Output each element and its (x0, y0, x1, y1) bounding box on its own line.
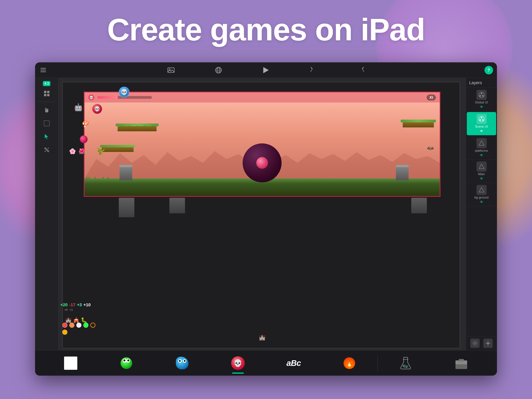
small-scores: +5 +1 (64, 308, 73, 311)
layer-global-ui[interactable]: Global UI 👁 (466, 88, 497, 111)
color-yellow (62, 330, 67, 335)
svg-point-40 (403, 365, 405, 367)
dock-fire-creature[interactable]: 🔥 (322, 350, 377, 376)
dock-asset-box[interactable] (433, 350, 489, 376)
layer-bg-ground-visibility[interactable]: 👁 (480, 200, 483, 204)
active-dock-indicator (232, 373, 244, 374)
dino-sprite: 🦖 (96, 147, 105, 155)
layer-scene-ui-visibility[interactable]: 👁 (480, 129, 483, 133)
foundation-1 (119, 198, 134, 217)
svg-point-25 (481, 93, 482, 94)
layer-platforms[interactable]: platforms 👁 (466, 136, 497, 160)
color-red (62, 323, 67, 328)
robot-enemy: 🤖 (74, 103, 83, 111)
game-hud: 💀 XI (84, 92, 440, 103)
layers-settings-button[interactable] (470, 339, 480, 348)
layer-global-ui-icon (476, 90, 487, 100)
svg-rect-17 (44, 121, 50, 126)
layer-platforms-visibility[interactable]: 👁 (480, 153, 483, 157)
layer-global-ui-visibility[interactable]: 👁 (480, 105, 483, 109)
color-orange (69, 323, 74, 328)
layer-scene-ui[interactable]: Scene UI 👁 (467, 112, 496, 135)
svg-rect-15 (44, 94, 46, 96)
globe-icon[interactable] (214, 66, 223, 74)
dock-abc-icon: aBc (286, 355, 301, 371)
dock-flask[interactable] (378, 350, 433, 376)
layers-header: Layers (466, 78, 497, 88)
svg-rect-0 (40, 68, 46, 69)
aspect-ratio-badge[interactable]: 4:3 (43, 81, 51, 86)
stone-pillar-2 (396, 165, 409, 180)
image-icon[interactable] (167, 66, 175, 74)
dock-abc-text[interactable]: aBc (266, 350, 322, 376)
svg-point-35 (474, 342, 476, 344)
dock-blue-creature[interactable] (154, 350, 210, 376)
svg-rect-45 (459, 360, 464, 362)
stone-pillar-1 (120, 165, 132, 180)
health-fill (97, 96, 118, 99)
dock-white-sprite[interactable] (43, 350, 99, 376)
layers-add-button[interactable] (483, 339, 493, 348)
svg-rect-13 (44, 91, 46, 93)
svg-marker-34 (479, 187, 484, 192)
svg-marker-18 (45, 134, 48, 139)
layer-bg-ground-label: bg ground (474, 196, 488, 199)
flask-svg (400, 356, 412, 370)
redo-button[interactable] (357, 66, 365, 74)
layers-bottom (466, 336, 497, 350)
canvas-area[interactable]: 💀 XI (58, 78, 466, 350)
skull-icon: 💀 (89, 95, 94, 100)
xi-label: XI (427, 95, 436, 101)
dock-fire-creature-icon: 🔥 (342, 355, 357, 371)
boss-creature (243, 143, 282, 182)
toolbar: ? (35, 62, 497, 78)
game-viewport: 💀 XI (84, 91, 440, 197)
help-button[interactable]: ? (484, 66, 493, 74)
dock-red-skull[interactable]: 💀 (210, 350, 266, 376)
layer-bg-ground[interactable]: bg ground 👁 (466, 183, 497, 206)
svg-marker-32 (479, 141, 484, 145)
svg-rect-14 (47, 91, 50, 93)
score-plus3: +3 (77, 302, 82, 308)
main-content: 4:3 (35, 78, 497, 350)
foundation-2 (169, 198, 185, 213)
svg-rect-1 (40, 70, 46, 70)
svg-marker-33 (479, 164, 484, 169)
flower-sprites: 🌸 🌺 (69, 148, 85, 155)
menu-icon[interactable] (39, 66, 48, 74)
play-button[interactable] (262, 66, 270, 74)
right-creature: 🦇 (427, 145, 434, 151)
svg-marker-10 (263, 67, 269, 73)
svg-point-29 (481, 117, 482, 118)
undo-button[interactable] (309, 66, 318, 74)
hand-tool[interactable] (41, 104, 53, 116)
dock-white-sprite-icon (63, 355, 78, 371)
dock-asset-box-icon (454, 355, 469, 371)
abc-label: aBc (286, 359, 301, 368)
grid-tool[interactable] (41, 88, 53, 99)
dock-blue-creature-icon (174, 355, 190, 371)
platform-1 (116, 123, 158, 131)
orb-sprite (80, 135, 88, 143)
scissors-tool[interactable] (41, 144, 53, 156)
fire-creature-sprite: 🔥 (342, 356, 356, 370)
svg-point-31 (482, 119, 484, 121)
svg-point-41 (406, 366, 407, 368)
layer-main[interactable]: Main 👁 (466, 160, 497, 183)
foundation-3 (411, 198, 427, 213)
layer-main-label: Main (478, 172, 485, 176)
toolbar-center (62, 66, 470, 74)
white-square-sprite (64, 357, 77, 370)
left-sidebar: 4:3 (35, 78, 58, 350)
cursor-tool[interactable] (41, 131, 53, 142)
svg-point-27 (482, 95, 484, 97)
skull-balloon: 💀 (119, 87, 129, 97)
bottom-center-sprite: 🏰 (259, 334, 266, 341)
layer-scene-ui-label: Scene UI (475, 125, 488, 129)
score-minus17: -17 (69, 302, 75, 308)
dock-green-creature[interactable] (99, 350, 154, 376)
layer-main-visibility[interactable]: 👁 (480, 177, 483, 181)
select-tool[interactable] (41, 117, 53, 129)
layer-main-icon (476, 161, 487, 172)
color-orange-outline (90, 323, 95, 328)
